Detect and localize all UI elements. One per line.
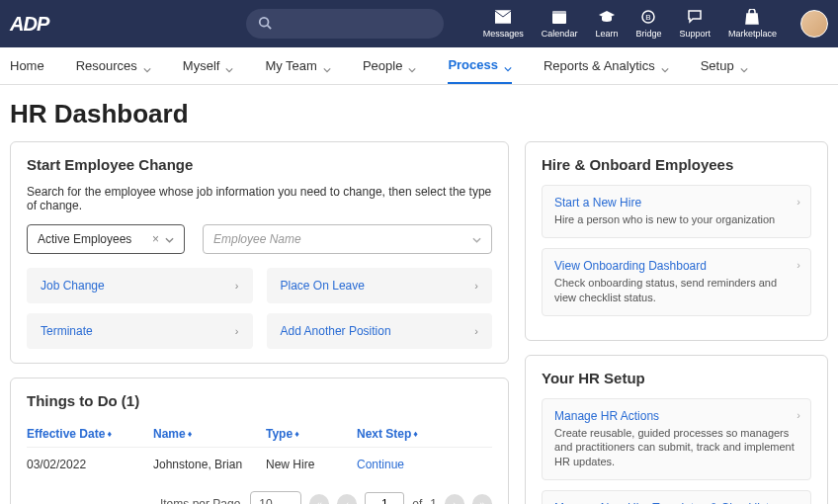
cell-effective: 03/02/2022 — [27, 458, 153, 471]
employee-filter-select[interactable]: Active Employees × — [27, 224, 185, 254]
select-value: Active Employees — [38, 232, 131, 246]
chevron-down-icon — [165, 232, 174, 246]
chevron-down-icon — [504, 61, 512, 69]
nav-label: Home — [10, 58, 44, 73]
continue-link[interactable]: Continue — [357, 458, 404, 471]
mail-icon — [495, 9, 511, 27]
prev-page-button[interactable]: ‹ — [337, 494, 357, 504]
sort-icon: ♦ — [188, 430, 193, 439]
action-label: Add Another Position — [281, 324, 391, 338]
action-label: Terminate — [41, 324, 93, 338]
pager: Items per Page 10⌄ « ‹ of 1 › » — [27, 491, 492, 504]
list-item-desc: Hire a person who is new to your organiz… — [554, 212, 798, 227]
pager-of-label: of — [412, 497, 422, 504]
action-grid: Job Change› Place On Leave› Terminate› A… — [27, 268, 492, 349]
chevron-down-icon — [225, 62, 233, 70]
search-icon — [258, 16, 272, 33]
nav-myself[interactable]: Myself — [183, 47, 234, 84]
topnav-calendar[interactable]: Calendar — [542, 9, 578, 39]
first-page-button[interactable]: « — [309, 494, 329, 504]
list-item-desc: Create reusable, guided processes so man… — [554, 426, 798, 470]
topnav-label: Messages — [483, 29, 524, 39]
nav-label: Resources — [76, 58, 137, 73]
employee-name-select[interactable]: Employee Name — [203, 224, 492, 254]
topnav-bridge[interactable]: B Bridge — [635, 9, 661, 39]
th-label: Name — [153, 427, 186, 441]
setup-manage-templates[interactable]: › Manage New Hire Templates & Checklists… — [542, 490, 811, 504]
col-header-type[interactable]: Type♦ — [266, 427, 357, 441]
clear-icon[interactable]: × — [152, 232, 165, 246]
topnav-support[interactable]: Support — [679, 9, 711, 39]
action-add-position[interactable]: Add Another Position› — [267, 313, 493, 349]
sort-icon: ♦ — [107, 430, 112, 439]
topnav-marketplace[interactable]: Marketplace — [728, 9, 777, 39]
col-header-next[interactable]: Next Step♦ — [357, 427, 492, 441]
nav-people[interactable]: People — [363, 47, 416, 84]
next-page-button[interactable]: › — [445, 494, 464, 504]
hire-start-new-hire[interactable]: › Start a New Hire Hire a person who is … — [542, 185, 811, 238]
nav-label: Setup — [701, 58, 734, 73]
last-page-button[interactable]: » — [472, 494, 492, 504]
chevron-right-icon: › — [235, 325, 239, 337]
nav-label: Myself — [183, 58, 220, 73]
chevron-right-icon: › — [474, 325, 478, 337]
nav-label: My Team — [265, 58, 317, 73]
hire-view-onboarding-dashboard[interactable]: › View Onboarding Dashboard Check onboar… — [542, 248, 811, 316]
sort-icon: ♦ — [413, 430, 418, 439]
action-job-change[interactable]: Job Change› — [27, 268, 253, 303]
list-item-desc: Check onboarding status, send reminders … — [554, 276, 798, 305]
avatar[interactable] — [800, 10, 828, 38]
table-header: Effective Date♦ Name♦ Type♦ Next Step♦ — [27, 421, 492, 448]
cell-name: Johnstone, Brian — [153, 458, 266, 471]
topnav-label: Support — [679, 29, 711, 39]
topnav-label: Bridge — [635, 29, 661, 39]
nav-home[interactable]: Home — [10, 47, 44, 84]
col-header-name[interactable]: Name♦ — [153, 427, 266, 441]
items-per-page-select[interactable]: 10⌄ — [250, 491, 301, 504]
svg-text:B: B — [646, 13, 651, 22]
nav-myteam[interactable]: My Team — [265, 47, 331, 84]
action-label: Job Change — [41, 279, 105, 293]
svg-line-1 — [268, 25, 272, 29]
action-place-on-leave[interactable]: Place On Leave› — [267, 268, 493, 303]
card-title: Start Employee Change — [27, 156, 492, 173]
graduation-icon — [599, 9, 615, 27]
search-input[interactable] — [246, 9, 444, 39]
bridge-icon: B — [640, 9, 656, 27]
chevron-right-icon: › — [796, 409, 800, 421]
col-header-effective[interactable]: Effective Date♦ — [27, 427, 153, 441]
items-per-page-label: Items per Page — [160, 497, 240, 504]
chevron-down-icon — [143, 62, 151, 70]
list-item-title: Start a New Hire — [554, 196, 798, 210]
chevron-down-icon — [740, 62, 748, 70]
action-terminate[interactable]: Terminate› — [27, 313, 253, 349]
th-label: Type — [266, 427, 293, 441]
nav-setup[interactable]: Setup — [701, 47, 748, 84]
chevron-right-icon: › — [796, 259, 800, 271]
start-employee-change-card: Start Employee Change Search for the emp… — [10, 141, 509, 364]
chevron-right-icon: › — [235, 280, 239, 292]
page-input[interactable] — [365, 492, 404, 504]
select-placeholder: Employee Name — [213, 232, 301, 246]
nav-label: Process — [448, 57, 498, 72]
nav-resources[interactable]: Resources — [76, 47, 151, 84]
svg-point-0 — [260, 17, 269, 26]
hr-setup-card: Your HR Setup › Manage HR Actions Create… — [525, 355, 828, 504]
nav-label: Reports & Analytics — [544, 58, 655, 73]
main-nav: Home Resources Myself My Team People Pro… — [0, 47, 838, 85]
chevron-down-icon — [408, 62, 416, 70]
topnav-messages[interactable]: Messages — [483, 9, 524, 39]
nav-process[interactable]: Process — [448, 47, 512, 84]
topnav-label: Learn — [595, 29, 618, 39]
topnav-label: Marketplace — [728, 29, 777, 39]
card-title: Your HR Setup — [542, 370, 811, 386]
hire-onboard-card: Hire & Onboard Employees › Start a New H… — [525, 141, 828, 341]
setup-manage-hr-actions[interactable]: › Manage HR Actions Create reusable, gui… — [542, 398, 811, 481]
svg-rect-4 — [552, 11, 566, 14]
th-label: Next Step — [357, 427, 411, 441]
topnav-learn[interactable]: Learn — [595, 9, 618, 39]
top-icons: Messages Calendar Learn B Bridge Support… — [483, 9, 828, 39]
list-item-title: View Onboarding Dashboard — [554, 259, 798, 273]
chevron-down-icon — [323, 62, 331, 70]
nav-reports[interactable]: Reports & Analytics — [544, 47, 669, 84]
